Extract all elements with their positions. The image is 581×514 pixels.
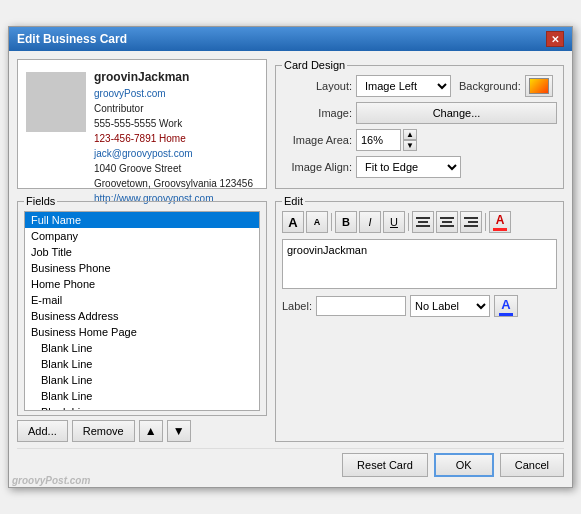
list-item[interactable]: Full Name: [25, 212, 259, 228]
move-down-button[interactable]: ▼: [167, 420, 191, 442]
label-input[interactable]: [316, 296, 406, 316]
toolbar-separator-2: [408, 213, 409, 231]
image-area-row: Image Area: ▲ ▼: [282, 129, 557, 151]
fields-legend: Fields: [24, 195, 57, 207]
bold-icon: B: [342, 216, 350, 228]
image-align-select[interactable]: Fit to Edge Stretch Center Tile: [356, 156, 461, 178]
add-field-button[interactable]: Add...: [17, 420, 68, 442]
underline-icon: U: [390, 216, 398, 228]
italic-button[interactable]: I: [359, 211, 381, 233]
ok-button[interactable]: OK: [434, 453, 494, 477]
watermark-logo: groovyPost.com: [12, 475, 90, 486]
remove-field-button[interactable]: Remove: [72, 420, 135, 442]
dialog-title: Edit Business Card: [17, 32, 127, 46]
font-larger-icon: A: [288, 215, 297, 230]
card-phone-work: 555-555-5555 Work: [94, 116, 253, 131]
card-address1: 1040 Groove Street: [94, 161, 253, 176]
edit-fieldset: Edit A A B I: [275, 195, 564, 442]
fields-panel: Fields Full NameCompanyJob TitleBusiness…: [17, 195, 267, 442]
card-name: groovinJackman: [94, 68, 253, 86]
toolbar-separator-1: [331, 213, 332, 231]
card-role: Contributor: [94, 101, 253, 116]
image-row-inner: Change...: [356, 102, 557, 124]
image-area-label: Image Area:: [282, 134, 352, 146]
list-item[interactable]: E-mail: [25, 292, 259, 308]
fields-listbox[interactable]: Full NameCompanyJob TitleBusiness PhoneH…: [24, 211, 260, 411]
align-center-button[interactable]: [436, 211, 458, 233]
list-item[interactable]: Blank Line: [25, 388, 259, 404]
list-item[interactable]: Company: [25, 228, 259, 244]
font-smaller-icon: A: [314, 217, 321, 227]
list-item[interactable]: Blank Line: [25, 372, 259, 388]
layout-select[interactable]: Image Left Image Right Image Top Image B…: [356, 75, 451, 97]
dialog-body: groovinJackman groovyPost.com Contributo…: [9, 51, 572, 487]
font-color-bar: [493, 228, 507, 231]
edit-business-card-dialog: Edit Business Card ✕ groovinJackman groo…: [8, 26, 573, 488]
image-align-row: Image Align: Fit to Edge Stretch Center …: [282, 156, 557, 178]
italic-icon: I: [368, 216, 371, 228]
font-color-icon: A: [493, 213, 507, 231]
background-button[interactable]: [525, 75, 553, 97]
font-color-button[interactable]: A: [489, 211, 511, 233]
list-item[interactable]: Business Phone: [25, 260, 259, 276]
background-label: Background:: [459, 80, 521, 92]
background-color-icon: [529, 78, 549, 94]
list-item[interactable]: Blank Line: [25, 404, 259, 411]
card-preview: groovinJackman groovyPost.com Contributo…: [17, 59, 267, 189]
card-avatar-image: [26, 72, 86, 132]
spinner-down-button[interactable]: ▼: [403, 140, 417, 151]
edit-text-content: groovinJackman: [287, 244, 367, 256]
spinner-up-button[interactable]: ▲: [403, 129, 417, 140]
list-item[interactable]: Blank Line: [25, 340, 259, 356]
font-smaller-button[interactable]: A: [306, 211, 328, 233]
align-left-button[interactable]: [412, 211, 434, 233]
spinner-buttons: ▲ ▼: [403, 129, 417, 151]
top-section: groovinJackman groovyPost.com Contributo…: [17, 59, 564, 189]
card-email: jack@groovypost.com: [94, 146, 253, 161]
card-address2: Groovetown, Groovsylvania 123456: [94, 176, 253, 191]
card-phone-home: 123-456-7891 Home: [94, 131, 253, 146]
list-item[interactable]: Job Title: [25, 244, 259, 260]
label-color-icon: A: [499, 297, 513, 316]
list-item[interactable]: Blank Line: [25, 356, 259, 372]
image-label: Image:: [282, 107, 352, 119]
label-color-button[interactable]: A: [494, 295, 518, 317]
label-select[interactable]: No Label Custom: [410, 295, 490, 317]
list-item[interactable]: Business Home Page: [25, 324, 259, 340]
layout-row: Layout: Image Left Image Right Image Top…: [282, 75, 557, 97]
image-area-input-group: ▲ ▼: [356, 129, 417, 151]
card-design-fieldset: Card Design Layout: Image Left Image Rig…: [275, 59, 564, 189]
label-row: Label: No Label Custom A: [282, 295, 557, 317]
close-button[interactable]: ✕: [546, 31, 564, 47]
image-row: Image: Change...: [282, 102, 557, 124]
card-text: groovinJackman groovyPost.com Contributo…: [94, 68, 253, 180]
bottom-section: Reset Card OK Cancel: [17, 448, 564, 479]
align-right-button[interactable]: [460, 211, 482, 233]
align-right-icon: [464, 217, 478, 227]
card-design-legend: Card Design: [282, 59, 347, 71]
label-field-label: Label:: [282, 300, 312, 312]
bold-button[interactable]: B: [335, 211, 357, 233]
cancel-button[interactable]: Cancel: [500, 453, 564, 477]
image-area-input[interactable]: [356, 129, 401, 151]
list-item[interactable]: Business Address: [25, 308, 259, 324]
edit-text-box[interactable]: groovinJackman: [282, 239, 557, 289]
align-center-icon: [440, 217, 454, 227]
reset-card-button[interactable]: Reset Card: [342, 453, 428, 477]
move-up-button[interactable]: ▲: [139, 420, 163, 442]
underline-button[interactable]: U: [383, 211, 405, 233]
toolbar-separator-3: [485, 213, 486, 231]
edit-toolbar: A A B I U: [282, 211, 557, 233]
title-bar: Edit Business Card ✕: [9, 27, 572, 51]
fields-buttons: Add... Remove ▲ ▼: [17, 420, 267, 442]
middle-section: Fields Full NameCompanyJob TitleBusiness…: [17, 195, 564, 442]
fields-fieldset: Fields Full NameCompanyJob TitleBusiness…: [17, 195, 267, 416]
card-company: groovyPost.com: [94, 86, 253, 101]
font-larger-button[interactable]: A: [282, 211, 304, 233]
image-align-label: Image Align:: [282, 161, 352, 173]
list-item[interactable]: Home Phone: [25, 276, 259, 292]
layout-label: Layout:: [282, 80, 352, 92]
align-left-icon: [416, 217, 430, 227]
edit-legend: Edit: [282, 195, 305, 207]
change-image-button[interactable]: Change...: [356, 102, 557, 124]
